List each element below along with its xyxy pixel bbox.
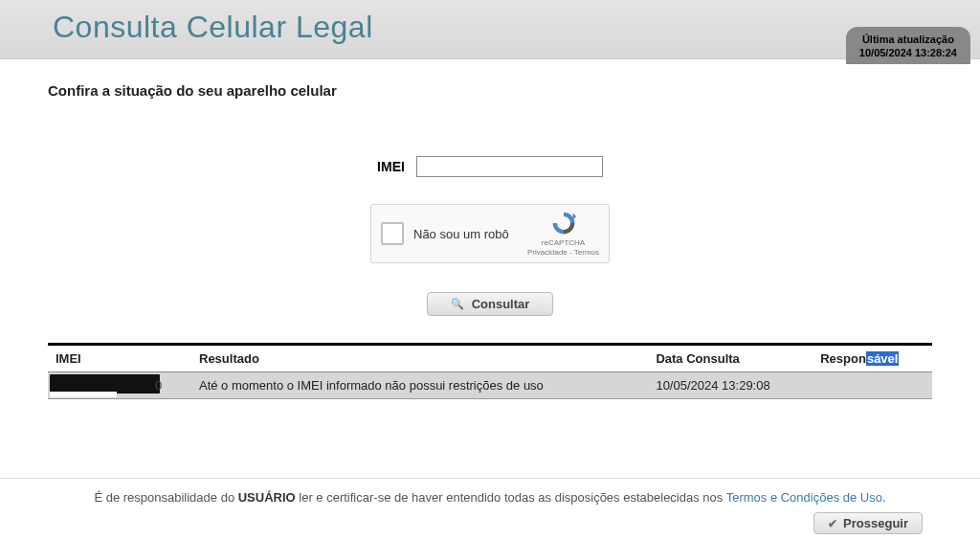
col-resultado: Resultado (191, 345, 648, 372)
col-responsavel: Responsável (813, 345, 932, 372)
cell-data: 10/05/2024 13:29:08 (648, 372, 813, 399)
recaptcha-links[interactable]: Privacidade - Termos (527, 248, 599, 258)
recaptcha-icon (550, 210, 577, 236)
cell-responsavel (813, 372, 932, 399)
check-icon: ✔ (828, 517, 837, 530)
recaptcha-logo: reCAPTCHA Privacidade - Termos (527, 210, 599, 257)
update-value: 10/05/2024 13:28:24 (859, 47, 957, 58)
results-table: IMEI Resultado Data Consulta Responsável… (48, 343, 932, 399)
recaptcha-label: Não sou um robô (413, 227, 527, 241)
svg-marker-0 (572, 214, 576, 220)
table-header-row: IMEI Resultado Data Consulta Responsável (48, 345, 932, 372)
recaptcha-checkbox[interactable] (381, 222, 404, 245)
prosseguir-label: Prosseguir (843, 516, 908, 530)
page-title: Consulta Celular Legal (0, 0, 980, 45)
consultar-button[interactable]: 🔍 Consultar (427, 292, 554, 316)
footer: É de responsabilidade do USUÁRIO ler e c… (0, 478, 980, 540)
footer-disclaimer: É de responsabilidade do USUÁRIO ler e c… (19, 490, 961, 505)
imei-label: IMEI (377, 159, 405, 174)
imei-input[interactable] (416, 156, 603, 177)
table-row: 0 Até o momento o IMEI informado não pos… (48, 372, 932, 399)
subtitle: Confira a situação do seu aparelho celul… (48, 82, 932, 99)
prosseguir-button[interactable]: ✔ Prosseguir (813, 512, 923, 534)
consultar-label: Consultar (472, 297, 530, 311)
update-label: Última atualização (862, 34, 954, 45)
recaptcha-brand: reCAPTCHA (542, 238, 585, 248)
col-data: Data Consulta (648, 345, 813, 372)
redaction-mark (50, 374, 160, 394)
cell-imei: 0 (48, 372, 191, 399)
highlighted-selection: sável (866, 351, 900, 366)
query-form: IMEI Não sou um robô reCAPTCHA Privacida… (48, 156, 932, 316)
col-imei: IMEI (48, 345, 191, 372)
cell-resultado: Até o momento o IMEI informado não possu… (191, 372, 648, 399)
terms-link[interactable]: Termos e Condições de Uso (726, 490, 882, 505)
last-update-badge: Última atualização 10/05/2024 13:28:24 (846, 27, 970, 64)
search-icon: 🔍 (451, 298, 464, 310)
recaptcha-widget: Não sou um robô reCAPTCHA Privacidade - … (370, 204, 610, 263)
header: Consulta Celular Legal Última atualizaçã… (0, 0, 980, 59)
